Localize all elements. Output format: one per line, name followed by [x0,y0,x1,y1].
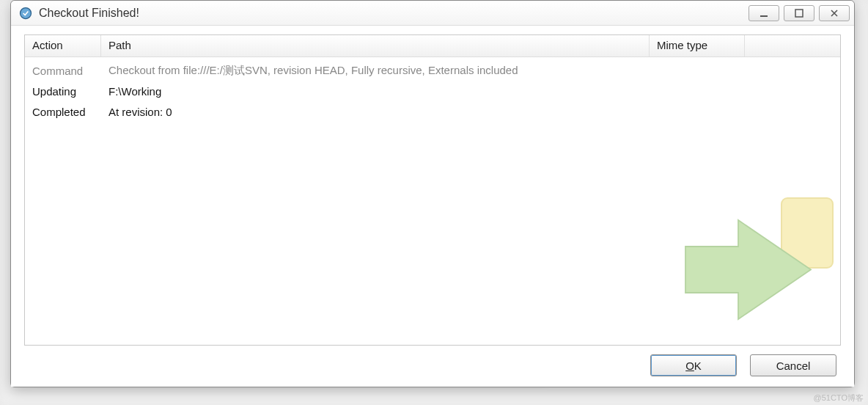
client-area: Action Path Mime type Command Checkout f… [11,26,854,387]
ok-button[interactable]: OK [650,354,737,376]
listview-body: Command Checkout from file:///E:/测试SVN, … [25,57,840,125]
table-row[interactable]: Updating F:\Working [25,81,840,101]
column-header-action[interactable]: Action [25,35,101,56]
close-button[interactable] [819,5,850,21]
cancel-label: Cancel [776,360,811,372]
cell-action: Completed [25,106,101,118]
minimize-button[interactable] [749,5,779,21]
ok-label: OK [685,360,702,372]
checkout-finished-dialog: Checkout Finished! Action Path Mime type [10,0,855,387]
cell-action: Command [25,65,101,77]
table-row[interactable]: Completed At revision: 0 [25,101,840,122]
listview-header: Action Path Mime type [25,35,840,57]
svg-rect-3 [781,198,833,268]
app-icon [18,6,33,21]
titlebar[interactable]: Checkout Finished! [11,1,854,26]
window-title: Checkout Finished! [39,7,139,20]
column-header-extra[interactable] [745,35,840,56]
maximize-button[interactable] [784,5,814,21]
cell-path: F:\Working [101,85,650,98]
svg-rect-2 [795,10,803,17]
cell-action: Updating [25,85,101,98]
svg-rect-1 [760,15,768,17]
window-controls [749,5,850,21]
column-header-mime[interactable]: Mime type [650,35,745,56]
column-header-path[interactable]: Path [101,35,650,56]
cancel-button[interactable]: Cancel [750,354,836,376]
page-watermark: @51CTO博客 [814,393,864,404]
log-listview[interactable]: Action Path Mime type Command Checkout f… [24,34,841,346]
table-row[interactable]: Command Checkout from file:///E:/测试SVN, … [25,60,840,81]
cell-path: Checkout from file:///E:/测试SVN, revision… [101,64,650,78]
button-bar: OK Cancel [24,346,841,381]
checkout-watermark-icon [679,176,840,345]
cell-path: At revision: 0 [101,106,650,118]
svg-point-0 [21,7,32,18]
